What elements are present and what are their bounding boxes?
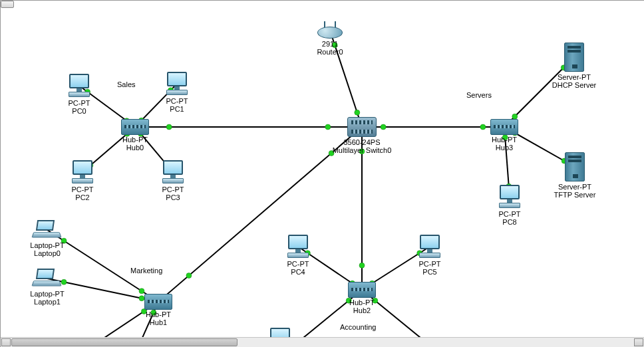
device-mlswitch0-type: 3560-24PS [343, 138, 380, 146]
device-router0-name: Router0 [317, 48, 343, 56]
device-pc2-name: PC2 [75, 193, 89, 201]
device-pc3-name: PC3 [166, 193, 180, 201]
device-pc0-name: PC0 [72, 107, 86, 115]
svg-point-11 [359, 263, 365, 268]
device-pc4[interactable] [286, 235, 310, 259]
device-mlswitch0-name: Multilayer Switch0 [333, 146, 392, 154]
device-tftp-server[interactable] [565, 152, 585, 181]
device-laptop1-name: Laptop1 [34, 298, 61, 306]
svg-point-31 [139, 296, 144, 301]
device-dhcp-server[interactable] [564, 43, 584, 72]
svg-point-2 [355, 110, 360, 115]
svg-point-4 [325, 124, 331, 130]
device-pc3-type: PC-PT [162, 185, 184, 193]
device-pc1[interactable] [165, 72, 189, 96]
svg-line-12 [158, 127, 362, 302]
scroll-thumb[interactable] [11, 338, 238, 346]
svg-point-5 [166, 124, 172, 130]
device-hub0[interactable] [121, 119, 149, 135]
device-hub2[interactable] [348, 282, 376, 298]
window-tab-handle[interactable] [1, 1, 14, 8]
device-hub3-type: Hub-PT [492, 136, 517, 144]
device-dhcp-name: DHCP Server [552, 81, 596, 89]
device-pc0[interactable] [67, 74, 91, 98]
device-hub2-type: Hub-PT [349, 298, 375, 306]
device-laptop0-name: Laptop0 [34, 249, 61, 257]
scroll-left-button[interactable] [1, 338, 11, 346]
device-pc1-name: PC1 [170, 105, 184, 113]
device-pc5[interactable] [418, 235, 442, 259]
device-hub0-type: Hub-PT [122, 136, 148, 144]
device-hub2-name: Hub2 [353, 306, 371, 314]
device-tftp-type: Server-PT [558, 183, 591, 191]
device-pc8-type: PC-PT [499, 210, 521, 218]
device-pc1-type: PC-PT [166, 97, 188, 105]
device-pc8[interactable] [498, 185, 522, 209]
device-laptop0-type: Laptop-PT [30, 241, 64, 249]
device-hub1-type: Hub-PT [146, 310, 171, 318]
device-hub0-name: Hub0 [126, 144, 144, 152]
device-tftp-name: TFTP Server [554, 191, 596, 199]
group-label-accounting: Accounting [340, 323, 376, 331]
scroll-right-button[interactable] [634, 338, 643, 346]
device-pc8-name: PC8 [502, 218, 516, 226]
svg-point-28 [139, 289, 144, 294]
svg-point-8 [480, 124, 486, 130]
device-pc5-name: PC5 [422, 268, 436, 276]
device-hub1-name: Hub1 [150, 318, 167, 326]
device-pc4-name: PC4 [291, 268, 305, 276]
device-mlswitch0[interactable] [347, 117, 377, 137]
device-hub1[interactable] [144, 294, 172, 310]
device-pc3[interactable] [161, 160, 185, 184]
device-laptop0[interactable] [33, 220, 62, 240]
device-hub3-name: Hub3 [496, 144, 513, 152]
group-label-sales: Sales [117, 80, 136, 88]
svg-point-32 [61, 279, 67, 285]
device-dhcp-type: Server-PT [558, 73, 591, 81]
device-pc0-type: PC-PT [69, 99, 90, 107]
device-hub3[interactable] [490, 119, 518, 135]
device-router0[interactable] [317, 23, 343, 39]
group-label-marketing: Marketing [130, 267, 162, 275]
device-pc5-type: PC-PT [419, 260, 441, 268]
device-pc4-type: PC-PT [287, 260, 309, 268]
svg-point-7 [381, 124, 386, 130]
device-pc2[interactable] [71, 160, 94, 184]
svg-point-14 [186, 273, 192, 279]
device-laptop1[interactable] [33, 269, 62, 289]
device-pc2-type: PC-PT [72, 185, 94, 193]
topology-canvas[interactable]: Sales Servers Marketing Accounting 2911 … [0, 0, 644, 347]
group-label-servers: Servers [466, 91, 492, 99]
device-router0-type: 2911 [322, 40, 338, 48]
horizontal-scrollbar[interactable] [1, 337, 644, 347]
device-laptop1-type: Laptop-PT [30, 290, 64, 298]
